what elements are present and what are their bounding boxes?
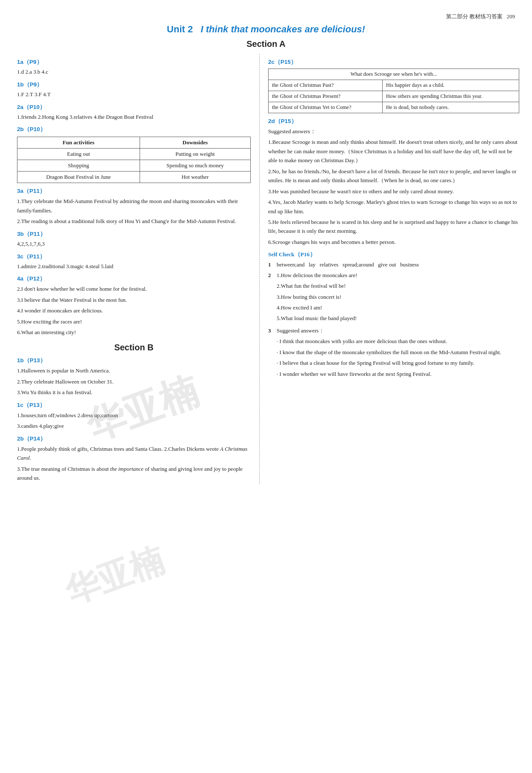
sc-num-1: 1: [268, 260, 274, 269]
answer-4a-6: 6.What an interesting city!: [17, 328, 251, 337]
section-b-title: Section B: [17, 343, 251, 352]
label-sb-1c: 1c（P13）: [17, 401, 251, 409]
sc-content-1: between;and lay relatives spread;around …: [277, 260, 419, 269]
table-2c: What does Scrooge see when he's with... …: [268, 69, 519, 113]
table-cell-col1: the Ghost of Christmas Past?: [269, 80, 383, 91]
answer-1b: 1.F 2.T 3.F 4.T: [17, 90, 251, 99]
table-header-downsides: Downsides: [140, 137, 250, 149]
sc-2-2: 2.What fun the festival will be!: [277, 281, 358, 290]
sc-2-3: 3.How boring this concert is!: [277, 292, 358, 301]
table-cell: Dragon Boat Festival in June: [17, 172, 140, 183]
table-cell-col2: How others are spending Christmas this y…: [383, 91, 519, 102]
answer-4a-2: 2.I don't know whether he will come home…: [17, 284, 251, 293]
label-3b: 3b（P11）: [17, 230, 251, 238]
sc-item-3-header: 3 Suggested answers： · I think that moon…: [268, 326, 519, 380]
sc-num-2: 2: [268, 271, 274, 325]
unit-title: I think that mooncakes are delicious!: [201, 24, 365, 34]
sc-content-3: Suggested answers： · I think that moonca…: [277, 326, 501, 380]
table-2b: Fun activities Downsides Eating out Putt…: [17, 137, 251, 183]
label-1b: 1b（P9）: [17, 81, 251, 89]
sc-2-1: 1.How delicious the mooncakes are!: [277, 271, 358, 280]
main-title: Unit 2 I think that mooncakes are delici…: [0, 24, 532, 35]
answer-2d-3: 3.He was punished because he wasn't nice…: [268, 187, 519, 196]
label-2a: 2a（P10）: [17, 103, 251, 111]
label-3a: 3a（P11）: [17, 187, 251, 195]
table-cell: Shopping: [17, 160, 140, 172]
sc-3-intro: Suggested answers：: [277, 326, 501, 335]
label-sb-2b: 2b（P14）: [17, 435, 251, 443]
answer-3a-2: 2.The reading is about a traditional fol…: [17, 217, 251, 226]
answer-sb-1c-2: 3.candies 4.play;give: [17, 421, 251, 430]
left-column: 1a（P9） 1.d 2.a 3.b 4.c 1b（P9） 1.F 2.T 3.…: [0, 54, 260, 484]
label-3c: 3c（P11）: [17, 253, 251, 261]
answer-2d-5: 5.He feels relieved because he is scared…: [268, 218, 519, 236]
answer-2d-2: 2.No, he has no friends./No, he doesn't …: [268, 167, 519, 185]
page-number: 209: [507, 13, 515, 20]
answer-4a-3: 3.I believe that the Water Festival is t…: [17, 295, 251, 304]
page-header: 第二部分 教材练习答案 209: [0, 9, 532, 20]
label-2c: 2c（P15）: [268, 58, 519, 66]
answer-3b: 4,2,5,1,7,6,3: [17, 240, 251, 249]
answer-4a-5: 5.How exciting the races are!: [17, 317, 251, 326]
label-2b: 2b（P10）: [17, 126, 251, 133]
right-column: 2c（P15） What does Scrooge see when he's …: [260, 54, 532, 484]
answer-4a-4: 4.I wonder if mooncakes are delicious.: [17, 306, 251, 315]
sc-3-4: · I wonder whether we will have firework…: [277, 369, 501, 378]
table-cell: Spending so much money: [140, 160, 250, 172]
sc-3-2: · I know that the shape of the mooncake …: [277, 348, 501, 357]
sc-content-2: 1.How delicious the mooncakes are! 2.Wha…: [277, 271, 358, 325]
header-text: 第二部分 教材练习答案: [446, 13, 503, 20]
answer-sb-1b-1: 1.Halloween is popular in North America.: [17, 366, 251, 375]
watermark2: 华亚楠: [59, 537, 171, 616]
sc-2-4: 4.How excited I am!: [277, 303, 358, 312]
answer-sb-2b-1: 1.People probably think of gifts, Christ…: [17, 444, 251, 463]
table-cell-col1: the Ghost of Christmas Present?: [269, 91, 383, 102]
answer-1a: 1.d 2.a 3.b 4.c: [17, 68, 251, 77]
content-wrapper: 1a（P9） 1.d 2.a 3.b 4.c 1b（P9） 1.F 2.T 3.…: [0, 54, 532, 484]
table-cell-col2: He is dead, but nobody cares.: [383, 102, 519, 113]
table-cell: Putting on weight: [140, 149, 250, 160]
sc-2-5: 5.What loud music the band played!: [277, 314, 358, 323]
label-self-check: Self Check（P16）: [268, 251, 519, 258]
answer-2a: 1.friends 2.Hong Kong 3.relatives 4.the …: [17, 113, 251, 122]
label-1a: 1a（P9）: [17, 58, 251, 66]
answer-3a-1: 1.They celebrate the Mid-Autumn Festival…: [17, 197, 251, 215]
table-cell-col1: the Ghost of Christmas Yet to Come?: [269, 102, 383, 113]
sc-num-3: 3: [268, 326, 274, 335]
label-4a: 4a（P12）: [17, 275, 251, 283]
answer-2d-6: 6.Scrooge changes his ways and becomes a…: [268, 238, 519, 246]
table-top-header: What does Scrooge see when he's with...: [269, 69, 519, 80]
answer-sb-2b-3: 3.The true meaning of Christmas is about…: [17, 464, 251, 483]
label-sb-1b: 1b（P13）: [17, 357, 251, 364]
answer-sb-1c-1: 1.houses;turn off;windows 2.dress up;car…: [17, 411, 251, 420]
unit-number: Unit 2: [167, 24, 193, 34]
sc-3-3: · I believe that a clean house for the S…: [277, 358, 501, 367]
table-header-fun: Fun activities: [17, 137, 140, 149]
table-cell-col2: His happier days as a child.: [383, 80, 519, 91]
sc-3-1: · I think that mooncakes with yolks are …: [277, 337, 501, 346]
sc-item-2-header: 2 1.How delicious the mooncakes are! 2.W…: [268, 271, 519, 325]
answer-3c: 1.admire 2.traditional 3.magic 4.steal 5…: [17, 262, 251, 271]
answer-2d-1: 1.Because Scrooge is mean and only think…: [268, 137, 519, 165]
sc-item-1: 1 between;and lay relatives spread;aroun…: [268, 260, 519, 269]
table-cell: Eating out: [17, 149, 140, 160]
suggested-intro-2d: Suggested answers：: [268, 127, 519, 136]
answer-sb-1b-3: 3.Wu Yu thinks it is a fun festival.: [17, 388, 251, 397]
label-2d: 2d（P15）: [268, 117, 519, 125]
section-a-title: Section A: [0, 39, 532, 49]
answer-2d-4: 4.Yes, Jacob Marley wants to help Scroog…: [268, 198, 519, 216]
table-cell: Hot weather: [140, 172, 250, 183]
answer-sb-1b-2: 2.They celebrate Halloween on October 31…: [17, 377, 251, 386]
